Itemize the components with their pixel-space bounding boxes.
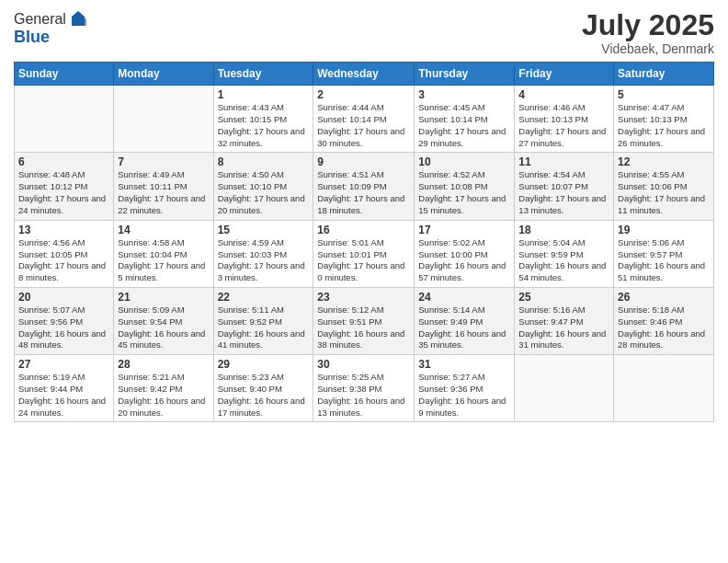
day-info: Sunrise: 5:27 AM Sunset: 9:36 PM Dayligh… (418, 372, 510, 419)
calendar-week-row: 20Sunrise: 5:07 AM Sunset: 9:56 PM Dayli… (15, 287, 714, 354)
table-row: 3Sunrise: 4:45 AM Sunset: 10:14 PM Dayli… (415, 86, 515, 153)
day-number: 5 (618, 88, 710, 101)
day-info: Sunrise: 4:43 AM Sunset: 10:15 PM Daylig… (218, 102, 310, 149)
day-number: 3 (418, 88, 510, 101)
day-info: Sunrise: 4:49 AM Sunset: 10:11 PM Daylig… (118, 169, 209, 216)
table-row: 1Sunrise: 4:43 AM Sunset: 10:15 PM Dayli… (213, 86, 313, 153)
day-number: 16 (317, 224, 410, 236)
day-number: 30 (317, 358, 410, 371)
day-number: 11 (518, 155, 609, 168)
day-number: 6 (18, 155, 109, 168)
table-row: 7Sunrise: 4:49 AM Sunset: 10:11 PM Dayli… (114, 153, 213, 220)
table-row: 30Sunrise: 5:25 AM Sunset: 9:38 PM Dayli… (313, 355, 415, 422)
table-row: 19Sunrise: 5:06 AM Sunset: 9:57 PM Dayli… (614, 220, 714, 287)
location: Videbaek, Denmark (582, 41, 714, 56)
day-info: Sunrise: 5:21 AM Sunset: 9:42 PM Dayligh… (118, 372, 209, 419)
day-number: 27 (18, 358, 109, 371)
month-title: July 2025 (582, 9, 714, 41)
calendar-week-row: 1Sunrise: 4:43 AM Sunset: 10:15 PM Dayli… (15, 86, 714, 153)
col-saturday: Saturday (614, 63, 714, 86)
day-info: Sunrise: 5:16 AM Sunset: 9:47 PM Dayligh… (518, 304, 609, 351)
day-info: Sunrise: 5:01 AM Sunset: 10:01 PM Daylig… (317, 237, 410, 284)
day-number: 14 (118, 224, 209, 236)
table-row: 31Sunrise: 5:27 AM Sunset: 9:36 PM Dayli… (415, 355, 515, 422)
table-row: 18Sunrise: 5:04 AM Sunset: 9:59 PM Dayli… (515, 220, 614, 287)
day-info: Sunrise: 4:50 AM Sunset: 10:10 PM Daylig… (218, 169, 310, 216)
day-info: Sunrise: 5:06 AM Sunset: 9:57 PM Dayligh… (618, 237, 710, 284)
day-number: 13 (18, 224, 109, 236)
day-number: 10 (418, 155, 510, 168)
day-number: 20 (18, 291, 109, 304)
col-sunday: Sunday (15, 63, 114, 86)
day-info: Sunrise: 4:56 AM Sunset: 10:05 PM Daylig… (18, 237, 109, 284)
day-info: Sunrise: 4:51 AM Sunset: 10:09 PM Daylig… (317, 169, 410, 216)
day-info: Sunrise: 5:23 AM Sunset: 9:40 PM Dayligh… (218, 372, 310, 419)
day-number: 1 (218, 88, 310, 101)
table-row: 16Sunrise: 5:01 AM Sunset: 10:01 PM Dayl… (313, 220, 415, 287)
table-row: 17Sunrise: 5:02 AM Sunset: 10:00 PM Dayl… (415, 220, 515, 287)
day-number: 4 (518, 88, 609, 101)
table-row: 22Sunrise: 5:11 AM Sunset: 9:52 PM Dayli… (213, 287, 313, 354)
calendar-week-row: 27Sunrise: 5:19 AM Sunset: 9:44 PM Dayli… (15, 355, 714, 422)
day-number: 12 (618, 155, 710, 168)
day-info: Sunrise: 4:54 AM Sunset: 10:07 PM Daylig… (518, 169, 609, 216)
day-number: 8 (218, 155, 310, 168)
day-number: 7 (118, 155, 209, 168)
day-number: 22 (218, 291, 310, 304)
col-wednesday: Wednesday (313, 63, 415, 86)
table-row: 20Sunrise: 5:07 AM Sunset: 9:56 PM Dayli… (15, 287, 114, 354)
page: General Blue July 2025 Videbaek, Denmark… (0, 0, 728, 563)
day-number: 25 (518, 291, 609, 304)
day-info: Sunrise: 5:04 AM Sunset: 9:59 PM Dayligh… (518, 237, 609, 284)
logo-icon (68, 9, 88, 29)
logo-blue-text: Blue (14, 28, 88, 47)
day-info: Sunrise: 5:18 AM Sunset: 9:46 PM Dayligh… (618, 304, 710, 351)
day-number: 19 (618, 224, 710, 236)
day-number: 18 (518, 224, 609, 236)
table-row: 10Sunrise: 4:52 AM Sunset: 10:08 PM Dayl… (415, 153, 515, 220)
col-monday: Monday (114, 63, 213, 86)
logo: General Blue (14, 9, 88, 47)
col-tuesday: Tuesday (213, 63, 313, 86)
table-row: 23Sunrise: 5:12 AM Sunset: 9:51 PM Dayli… (313, 287, 415, 354)
day-number: 2 (317, 88, 410, 101)
day-info: Sunrise: 5:19 AM Sunset: 9:44 PM Dayligh… (18, 372, 109, 419)
table-row: 13Sunrise: 4:56 AM Sunset: 10:05 PM Dayl… (15, 220, 114, 287)
day-number: 29 (218, 358, 310, 371)
day-info: Sunrise: 4:59 AM Sunset: 10:03 PM Daylig… (218, 237, 310, 284)
logo-general-text: General (14, 11, 66, 28)
table-row: 28Sunrise: 5:21 AM Sunset: 9:42 PM Dayli… (114, 355, 213, 422)
calendar-table: Sunday Monday Tuesday Wednesday Thursday… (14, 62, 714, 422)
table-row: 12Sunrise: 4:55 AM Sunset: 10:06 PM Dayl… (614, 153, 714, 220)
col-thursday: Thursday (415, 63, 515, 86)
col-friday: Friday (515, 63, 614, 86)
day-info: Sunrise: 4:58 AM Sunset: 10:04 PM Daylig… (118, 237, 209, 284)
table-row: 9Sunrise: 4:51 AM Sunset: 10:09 PM Dayli… (313, 153, 415, 220)
table-row (515, 355, 614, 422)
table-row: 21Sunrise: 5:09 AM Sunset: 9:54 PM Dayli… (114, 287, 213, 354)
table-row (614, 355, 714, 422)
day-info: Sunrise: 5:25 AM Sunset: 9:38 PM Dayligh… (317, 372, 410, 419)
day-number: 26 (618, 291, 710, 304)
table-row: 14Sunrise: 4:58 AM Sunset: 10:04 PM Dayl… (114, 220, 213, 287)
calendar-week-row: 13Sunrise: 4:56 AM Sunset: 10:05 PM Dayl… (15, 220, 714, 287)
svg-marker-1 (81, 18, 86, 26)
day-info: Sunrise: 4:44 AM Sunset: 10:14 PM Daylig… (317, 102, 410, 149)
day-info: Sunrise: 5:12 AM Sunset: 9:51 PM Dayligh… (317, 304, 410, 351)
day-info: Sunrise: 4:48 AM Sunset: 10:12 PM Daylig… (18, 169, 109, 216)
day-info: Sunrise: 5:02 AM Sunset: 10:00 PM Daylig… (418, 237, 510, 284)
table-row: 24Sunrise: 5:14 AM Sunset: 9:49 PM Dayli… (415, 287, 515, 354)
day-info: Sunrise: 5:11 AM Sunset: 9:52 PM Dayligh… (218, 304, 310, 351)
calendar-week-row: 6Sunrise: 4:48 AM Sunset: 10:12 PM Dayli… (15, 153, 714, 220)
table-row: 2Sunrise: 4:44 AM Sunset: 10:14 PM Dayli… (313, 86, 415, 153)
day-info: Sunrise: 4:52 AM Sunset: 10:08 PM Daylig… (418, 169, 510, 216)
table-row: 25Sunrise: 5:16 AM Sunset: 9:47 PM Dayli… (515, 287, 614, 354)
day-number: 21 (118, 291, 209, 304)
day-info: Sunrise: 4:46 AM Sunset: 10:13 PM Daylig… (518, 102, 609, 149)
day-info: Sunrise: 4:45 AM Sunset: 10:14 PM Daylig… (418, 102, 510, 149)
day-number: 17 (418, 224, 510, 236)
day-info: Sunrise: 4:47 AM Sunset: 10:13 PM Daylig… (618, 102, 710, 149)
day-number: 24 (418, 291, 510, 304)
table-row: 29Sunrise: 5:23 AM Sunset: 9:40 PM Dayli… (213, 355, 313, 422)
table-row: 6Sunrise: 4:48 AM Sunset: 10:12 PM Dayli… (15, 153, 114, 220)
